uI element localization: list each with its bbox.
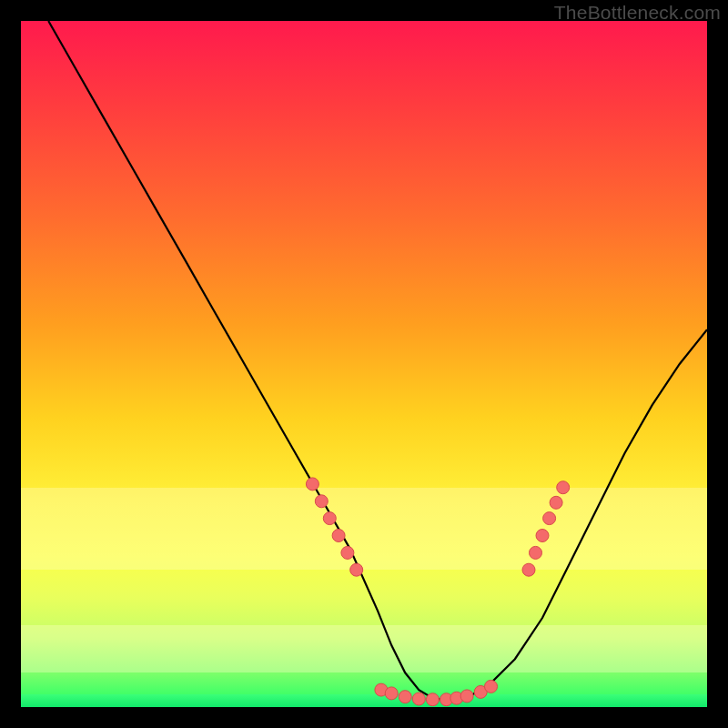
curve-dot (550, 496, 562, 509)
curve-dots (306, 478, 569, 706)
curve-dot (306, 478, 318, 490)
curve-dot (341, 546, 354, 559)
curve-dot (332, 530, 345, 542)
curve-dot (557, 481, 570, 494)
chart-frame (21, 21, 707, 707)
curve-dot (385, 687, 398, 700)
curve-dot (543, 512, 556, 525)
watermark-text: TheBottleneck.com (554, 2, 721, 24)
curve-dot (350, 563, 363, 576)
curve-dot (460, 690, 473, 703)
curve-dot (485, 680, 498, 693)
curve-dot (412, 693, 425, 705)
bottleneck-curve-svg (21, 21, 707, 707)
curve-dot (399, 691, 411, 703)
curve-dot (536, 530, 549, 542)
curve-dot (315, 495, 328, 508)
curve-dot (522, 563, 535, 576)
curve-dot (323, 512, 336, 525)
curve-dot (426, 693, 439, 706)
curve-dot (530, 546, 542, 559)
bottleneck-curve-path (48, 21, 707, 701)
